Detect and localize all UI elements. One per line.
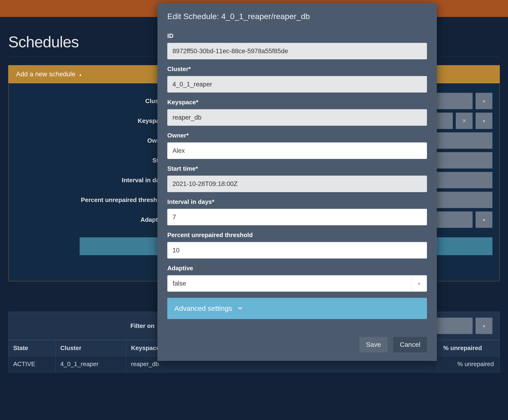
bg-owner-label: Owner [15, 137, 166, 144]
adaptive-select[interactable]: false [167, 275, 427, 292]
start-time-label: Start time* [167, 165, 427, 172]
cell-cluster: 4_0_1_reaper [56, 356, 126, 372]
modal-body: ID Cluster* Keyspace* Owner* Start time*… [157, 28, 437, 321]
chevron-down-icon [482, 117, 486, 124]
start-time-input [167, 176, 427, 192]
bg-interval-label: Interval in days [15, 177, 166, 184]
chevron-down-icon [482, 98, 486, 104]
cancel-button[interactable]: Cancel [393, 337, 427, 352]
interval-input[interactable] [167, 209, 427, 225]
interval-label: Interval in days* [167, 198, 427, 205]
id-input [167, 43, 427, 59]
bg-keyspace-label: Keyspace [15, 117, 166, 124]
th-cluster: Cluster [56, 340, 126, 356]
owner-input[interactable] [167, 142, 427, 159]
cluster-label: Cluster* [167, 65, 427, 73]
keyspace-label: Keyspace* [167, 99, 427, 106]
adaptive-dropdown-toggle[interactable] [411, 275, 427, 291]
modal-title: Edit Schedule: 4_0_1_reaper/reaper_db [157, 3, 437, 28]
th-state: State [8, 340, 56, 356]
edit-schedule-modal: Edit Schedule: 4_0_1_reaper/reaper_db ID… [157, 3, 437, 361]
adaptive-value: false [168, 280, 411, 287]
chevron-up-icon [79, 70, 82, 78]
add-schedule-label: Add a new schedule [16, 70, 75, 78]
pct-label: Percent unrepaired threshold [167, 232, 427, 239]
save-button[interactable]: Save [359, 337, 388, 352]
chevron-down-icon [482, 216, 486, 223]
adaptive-label: Adaptive [167, 265, 427, 272]
bg-pct-label: Percent unrepaired threshold [15, 196, 166, 204]
bg-adaptive-label: Adaptive [15, 216, 166, 224]
keyspace-input [167, 109, 427, 126]
pct-input[interactable] [167, 242, 427, 259]
bg-keyspace-clear[interactable] [456, 113, 473, 129]
cell-unrepaired: % unrepaired [439, 356, 500, 372]
cell-state: ACTIVE [8, 356, 56, 372]
cluster-input [167, 76, 427, 93]
close-icon [462, 117, 466, 124]
advanced-settings-toggle[interactable]: Advanced settings [167, 298, 427, 319]
bg-cluster-select[interactable] [476, 93, 493, 109]
chevron-down-icon [482, 323, 486, 329]
chevron-down-icon [417, 280, 421, 287]
bg-adaptive-select[interactable] [476, 211, 493, 228]
chevron-down-icon [236, 304, 244, 312]
bg-cluster-label: Cluster [15, 97, 166, 105]
bg-start-label: Start [15, 157, 166, 164]
owner-label: Owner* [167, 132, 427, 139]
id-label: ID [167, 32, 427, 40]
modal-footer: Save Cancel [157, 328, 437, 361]
filter-label: Filter on [15, 322, 162, 330]
bg-keyspace-select[interactable] [476, 113, 493, 129]
th-unrepaired: % unrepaired [439, 340, 500, 356]
filter-select[interactable] [476, 318, 493, 334]
advanced-settings-label: Advanced settings [174, 304, 232, 312]
